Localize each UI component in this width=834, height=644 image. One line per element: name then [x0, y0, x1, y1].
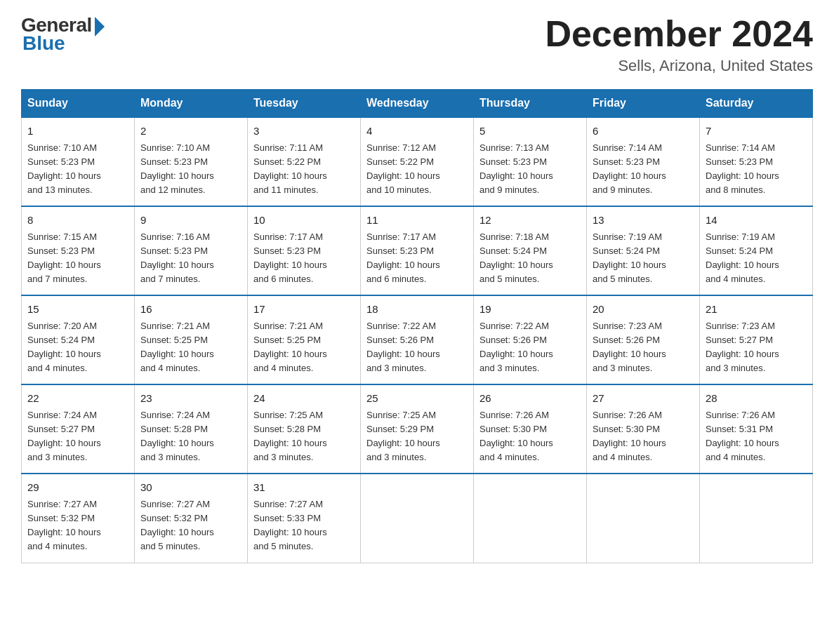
day-number: 21 — [706, 302, 807, 318]
calendar-cell: 17Sunrise: 7:21 AMSunset: 5:25 PMDayligh… — [248, 295, 361, 384]
day-info: Sunrise: 7:10 AMSunset: 5:23 PMDaylight:… — [140, 141, 241, 198]
day-info: Sunrise: 7:17 AMSunset: 5:23 PMDaylight:… — [366, 230, 468, 287]
day-number: 22 — [27, 391, 128, 407]
day-number: 27 — [593, 391, 694, 407]
day-info: Sunrise: 7:16 AMSunset: 5:23 PMDaylight:… — [140, 230, 241, 287]
day-number: 4 — [366, 123, 468, 140]
title-block: December 2024 Sells, Arizona, United Sta… — [545, 14, 813, 75]
day-number: 28 — [706, 391, 807, 407]
day-info: Sunrise: 7:15 AMSunset: 5:23 PMDaylight:… — [27, 230, 128, 287]
calendar-cell: 5Sunrise: 7:13 AMSunset: 5:23 PMDaylight… — [474, 117, 587, 206]
calendar-cell: 23Sunrise: 7:24 AMSunset: 5:28 PMDayligh… — [135, 384, 248, 474]
day-number: 18 — [366, 302, 468, 318]
calendar-cell: 4Sunrise: 7:12 AMSunset: 5:22 PMDaylight… — [361, 117, 474, 206]
calendar-header-friday: Friday — [587, 90, 700, 118]
calendar-cell: 18Sunrise: 7:22 AMSunset: 5:26 PMDayligh… — [361, 295, 474, 384]
day-info: Sunrise: 7:22 AMSunset: 5:26 PMDaylight:… — [479, 319, 581, 376]
calendar-header-monday: Monday — [135, 90, 248, 118]
day-info: Sunrise: 7:20 AMSunset: 5:24 PMDaylight:… — [27, 319, 128, 376]
calendar-cell: 22Sunrise: 7:24 AMSunset: 5:27 PMDayligh… — [22, 384, 135, 474]
calendar-cell: 11Sunrise: 7:17 AMSunset: 5:23 PMDayligh… — [361, 206, 474, 295]
day-info: Sunrise: 7:19 AMSunset: 5:24 PMDaylight:… — [593, 230, 694, 287]
day-info: Sunrise: 7:12 AMSunset: 5:22 PMDaylight:… — [366, 141, 468, 198]
day-info: Sunrise: 7:24 AMSunset: 5:28 PMDaylight:… — [140, 408, 241, 465]
calendar-week-3: 15Sunrise: 7:20 AMSunset: 5:24 PMDayligh… — [22, 295, 813, 384]
day-info: Sunrise: 7:14 AMSunset: 5:23 PMDaylight:… — [593, 141, 694, 198]
calendar-cell: 9Sunrise: 7:16 AMSunset: 5:23 PMDaylight… — [135, 206, 248, 295]
day-number: 20 — [593, 302, 694, 318]
day-number: 14 — [706, 213, 807, 229]
day-info: Sunrise: 7:21 AMSunset: 5:25 PMDaylight:… — [140, 319, 241, 376]
day-info: Sunrise: 7:19 AMSunset: 5:24 PMDaylight:… — [706, 230, 807, 287]
day-number: 7 — [706, 123, 807, 140]
day-number: 30 — [140, 480, 241, 496]
day-number: 13 — [593, 213, 694, 229]
location-subtitle: Sells, Arizona, United States — [545, 57, 813, 75]
day-info: Sunrise: 7:21 AMSunset: 5:25 PMDaylight:… — [253, 319, 355, 376]
day-info: Sunrise: 7:27 AMSunset: 5:32 PMDaylight:… — [27, 497, 128, 554]
day-number: 25 — [366, 391, 468, 407]
logo-arrow-icon — [95, 17, 105, 36]
day-number: 6 — [593, 123, 694, 140]
calendar-cell: 14Sunrise: 7:19 AMSunset: 5:24 PMDayligh… — [700, 206, 813, 295]
day-number: 24 — [253, 391, 355, 407]
day-info: Sunrise: 7:27 AMSunset: 5:32 PMDaylight:… — [140, 497, 241, 554]
day-info: Sunrise: 7:17 AMSunset: 5:23 PMDaylight:… — [253, 230, 355, 287]
day-info: Sunrise: 7:23 AMSunset: 5:26 PMDaylight:… — [593, 319, 694, 376]
calendar-cell: 28Sunrise: 7:26 AMSunset: 5:31 PMDayligh… — [700, 384, 813, 474]
day-number: 9 — [140, 213, 241, 229]
calendar-header-sunday: Sunday — [22, 90, 135, 118]
day-info: Sunrise: 7:11 AMSunset: 5:22 PMDaylight:… — [253, 141, 355, 198]
logo-blue-text: Blue — [22, 32, 65, 55]
day-number: 31 — [253, 480, 355, 496]
day-info: Sunrise: 7:25 AMSunset: 5:29 PMDaylight:… — [366, 408, 468, 465]
calendar-cell: 1Sunrise: 7:10 AMSunset: 5:23 PMDaylight… — [22, 117, 135, 206]
day-info: Sunrise: 7:27 AMSunset: 5:33 PMDaylight:… — [253, 497, 355, 554]
day-number: 19 — [479, 302, 581, 318]
day-number: 17 — [253, 302, 355, 318]
calendar-cell: 27Sunrise: 7:26 AMSunset: 5:30 PMDayligh… — [587, 384, 700, 474]
calendar-cell: 24Sunrise: 7:25 AMSunset: 5:28 PMDayligh… — [248, 384, 361, 474]
day-number: 1 — [27, 123, 128, 140]
day-info: Sunrise: 7:26 AMSunset: 5:30 PMDaylight:… — [479, 408, 581, 465]
day-number: 15 — [27, 302, 128, 318]
day-number: 12 — [479, 213, 581, 229]
calendar-cell: 25Sunrise: 7:25 AMSunset: 5:29 PMDayligh… — [361, 384, 474, 474]
day-info: Sunrise: 7:14 AMSunset: 5:23 PMDaylight:… — [706, 141, 807, 198]
calendar-cell: 29Sunrise: 7:27 AMSunset: 5:32 PMDayligh… — [22, 474, 135, 563]
day-number: 2 — [140, 123, 241, 140]
calendar-cell: 10Sunrise: 7:17 AMSunset: 5:23 PMDayligh… — [248, 206, 361, 295]
calendar-week-1: 1Sunrise: 7:10 AMSunset: 5:23 PMDaylight… — [22, 117, 813, 206]
day-number: 23 — [140, 391, 241, 407]
day-info: Sunrise: 7:10 AMSunset: 5:23 PMDaylight:… — [27, 141, 128, 198]
calendar-cell: 7Sunrise: 7:14 AMSunset: 5:23 PMDaylight… — [700, 117, 813, 206]
day-info: Sunrise: 7:26 AMSunset: 5:31 PMDaylight:… — [706, 408, 807, 465]
page-header: General Blue December 2024 Sells, Arizon… — [21, 14, 813, 75]
calendar-cell: 26Sunrise: 7:26 AMSunset: 5:30 PMDayligh… — [474, 384, 587, 474]
calendar-cell — [700, 474, 813, 563]
calendar-header-tuesday: Tuesday — [248, 90, 361, 118]
calendar-cell: 13Sunrise: 7:19 AMSunset: 5:24 PMDayligh… — [587, 206, 700, 295]
calendar-cell — [361, 474, 474, 563]
calendar-week-4: 22Sunrise: 7:24 AMSunset: 5:27 PMDayligh… — [22, 384, 813, 474]
calendar-cell: 12Sunrise: 7:18 AMSunset: 5:24 PMDayligh… — [474, 206, 587, 295]
day-number: 8 — [27, 213, 128, 229]
day-info: Sunrise: 7:22 AMSunset: 5:26 PMDaylight:… — [366, 319, 468, 376]
calendar-header-wednesday: Wednesday — [361, 90, 474, 118]
calendar-cell: 6Sunrise: 7:14 AMSunset: 5:23 PMDaylight… — [587, 117, 700, 206]
day-number: 5 — [479, 123, 581, 140]
calendar-cell: 3Sunrise: 7:11 AMSunset: 5:22 PMDaylight… — [248, 117, 361, 206]
day-number: 3 — [253, 123, 355, 140]
calendar-week-5: 29Sunrise: 7:27 AMSunset: 5:32 PMDayligh… — [22, 474, 813, 563]
calendar-header-row: SundayMondayTuesdayWednesdayThursdayFrid… — [22, 90, 813, 118]
calendar-cell: 21Sunrise: 7:23 AMSunset: 5:27 PMDayligh… — [700, 295, 813, 384]
day-info: Sunrise: 7:25 AMSunset: 5:28 PMDaylight:… — [253, 408, 355, 465]
calendar-cell: 16Sunrise: 7:21 AMSunset: 5:25 PMDayligh… — [135, 295, 248, 384]
logo: General Blue — [21, 14, 105, 55]
calendar-header-thursday: Thursday — [474, 90, 587, 118]
calendar-week-2: 8Sunrise: 7:15 AMSunset: 5:23 PMDaylight… — [22, 206, 813, 295]
day-info: Sunrise: 7:23 AMSunset: 5:27 PMDaylight:… — [706, 319, 807, 376]
day-number: 10 — [253, 213, 355, 229]
calendar-cell — [587, 474, 700, 563]
day-info: Sunrise: 7:24 AMSunset: 5:27 PMDaylight:… — [27, 408, 128, 465]
